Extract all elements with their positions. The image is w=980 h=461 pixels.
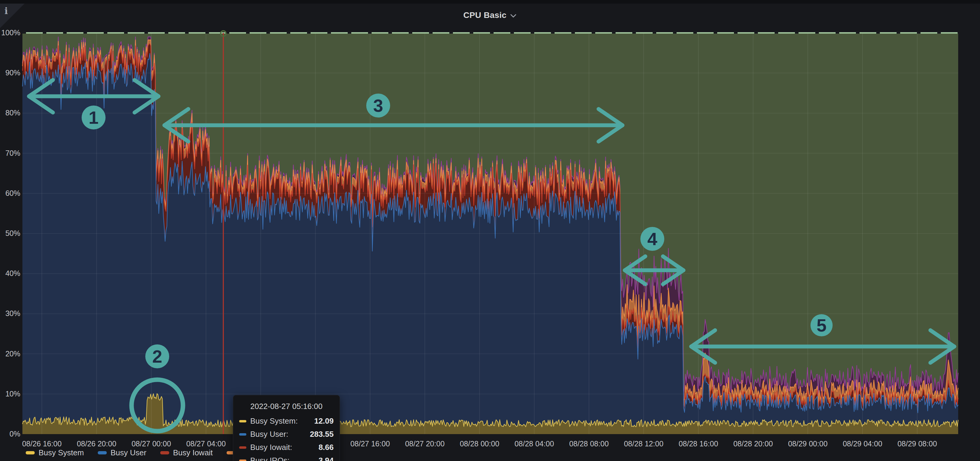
- x-axis-label: 08/26 16:00: [22, 439, 62, 448]
- tooltip-series-swatch: [239, 420, 247, 423]
- x-axis-label: 08/29 08:00: [897, 439, 937, 448]
- panel-header[interactable]: CPU Basic: [0, 3, 980, 27]
- tooltip-series-swatch: [239, 459, 247, 461]
- y-axis-label: 50%: [0, 229, 20, 238]
- legend-item-busy-iowait[interactable]: Busy Iowait: [160, 448, 213, 458]
- panel-info-corner[interactable]: [0, 3, 24, 28]
- x-axis-label: 08/28 00:00: [460, 439, 499, 448]
- info-icon[interactable]: i: [5, 6, 8, 16]
- legend-swatch: [26, 451, 35, 455]
- x-axis-label: 08/27 20:00: [405, 439, 445, 448]
- legend-label: Busy Iowait: [173, 448, 213, 458]
- legend-swatch: [160, 451, 169, 455]
- x-axis-label: 08/27 16:00: [350, 439, 390, 448]
- x-axis-label: 08/28 20:00: [733, 439, 773, 448]
- legend-label: Busy User: [111, 448, 146, 458]
- y-axis-label: 80%: [0, 108, 20, 117]
- y-axis-label: 0%: [0, 429, 20, 438]
- y-axis-label: 70%: [0, 149, 20, 157]
- tooltip-series-value: 8.66: [318, 443, 334, 452]
- x-axis-label: 08/27 04:00: [186, 439, 226, 448]
- x-axis-label: 08/28 16:00: [679, 439, 718, 448]
- legend-swatch: [98, 451, 107, 455]
- y-axis-label: 100%: [0, 29, 20, 37]
- tooltip-timestamp: 2022-08-27 05:16:00: [239, 402, 334, 411]
- y-axis-label: 40%: [0, 269, 20, 278]
- x-axis-label: 08/28 08:00: [569, 439, 609, 448]
- tooltip-row: Busy Iowait:8.66: [239, 443, 334, 452]
- x-axis-label: 08/28 12:00: [624, 439, 663, 448]
- tooltip-row: Busy User:283.55: [239, 429, 334, 439]
- y-axis-label: 20%: [0, 350, 20, 358]
- grafana-dashboard: i CPU Basic 12345 100%90%80%70%60%50%40%…: [0, 0, 980, 461]
- legend-item-busy-system[interactable]: Busy System: [26, 448, 84, 458]
- tooltip: 2022-08-27 05:16:00 Busy System:12.09Bus…: [233, 395, 340, 461]
- x-axis-label: 08/28 04:00: [514, 439, 554, 448]
- legend-item-busy-user[interactable]: Busy User: [98, 448, 146, 458]
- tooltip-series-value: 12.09: [314, 416, 334, 426]
- tooltip-series-label: Busy System:: [250, 416, 298, 426]
- x-axis-label: 08/26 20:00: [77, 439, 116, 448]
- legend-label: Busy System: [38, 448, 84, 458]
- cpu-usage-chart[interactable]: [0, 0, 980, 461]
- y-axis-label: 90%: [0, 68, 20, 77]
- y-axis-label: 60%: [0, 189, 20, 198]
- tooltip-series-swatch: [239, 433, 247, 436]
- x-axis-label: 08/29 04:00: [843, 439, 882, 448]
- y-axis-label: 30%: [0, 309, 20, 318]
- tooltip-series-value: 283.55: [310, 429, 334, 439]
- tooltip-series-label: Busy User:: [250, 429, 288, 439]
- tooltip-row: Busy System:12.09: [239, 416, 334, 426]
- tooltip-row: Busy IRQs:3.94: [239, 456, 334, 461]
- tooltip-series-label: Busy Iowait:: [250, 443, 292, 452]
- tooltip-series-swatch: [239, 446, 247, 449]
- x-axis-label: 08/27 00:00: [132, 439, 171, 448]
- tooltip-series-label: Busy IRQs:: [250, 456, 290, 461]
- y-axis-label: 10%: [0, 389, 20, 398]
- tooltip-series-value: 3.94: [318, 456, 334, 461]
- chevron-down-icon: [510, 14, 517, 18]
- x-axis-label: 08/29 00:00: [788, 439, 827, 448]
- panel-title[interactable]: CPU Basic: [463, 11, 506, 20]
